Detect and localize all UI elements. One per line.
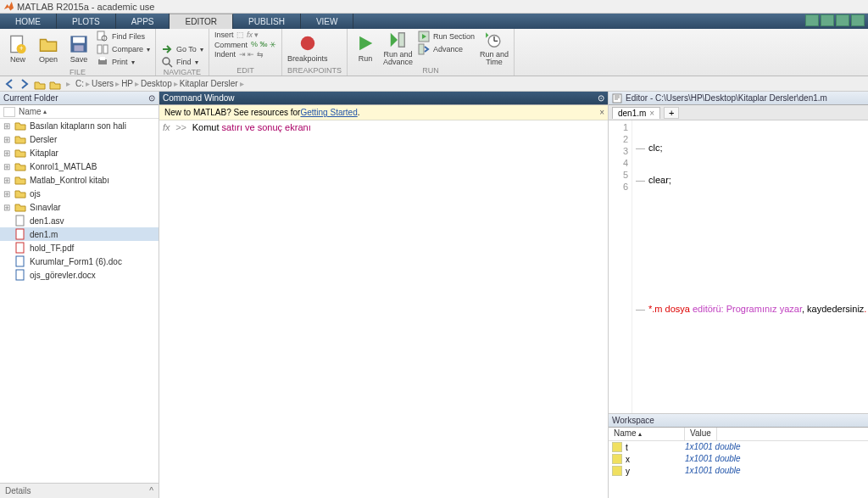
- folder-icon: [14, 160, 26, 172]
- variable-value: 1x1001 double: [685, 466, 741, 476]
- ribbon-group-edit: Insert ⬚ fx ▾ Comment % ‰ ⚹ Indent ⇥ ⇤ ⇆…: [209, 29, 282, 76]
- path-segment[interactable]: C:: [75, 79, 84, 88]
- nav-back-icon[interactable]: [3, 78, 15, 90]
- advance-button[interactable]: Advance: [418, 43, 475, 55]
- path-segment[interactable]: Desktop: [141, 79, 172, 88]
- current-folder-header[interactable]: Name▴: [0, 105, 159, 119]
- getting-started-link[interactable]: Getting Started: [300, 108, 357, 117]
- comment-button[interactable]: Comment % ‰ ⚹: [214, 40, 276, 49]
- print-button[interactable]: Print ▾: [97, 56, 150, 68]
- qat-button[interactable]: [821, 14, 834, 26]
- path-segment[interactable]: Kitaplar Dersler: [180, 79, 238, 88]
- command-window-body[interactable]: fx >> Komut satırı ve sonuç ekranı: [159, 120, 608, 498]
- file-list-item[interactable]: ⊞Konrol1_MATLAB: [0, 159, 159, 173]
- line-gutter: 123456: [609, 120, 632, 413]
- editor-tab[interactable]: den1.m ×: [612, 107, 660, 119]
- nav-fwd-icon[interactable]: [19, 78, 31, 90]
- compare-button[interactable]: Compare ▾: [97, 43, 150, 55]
- file-list-item[interactable]: ⊞Matlab_Kontrol kitabı: [0, 173, 159, 187]
- goto-button[interactable]: Go To ▾: [161, 43, 203, 55]
- find-files-button[interactable]: Find Files: [97, 31, 150, 42]
- details-panel-header[interactable]: Details ^: [0, 483, 159, 498]
- svg-line-13: [169, 64, 172, 67]
- svg-point-14: [300, 36, 314, 51]
- run-button[interactable]: Run: [353, 31, 378, 66]
- pdf-icon: [14, 242, 26, 254]
- qat-button[interactable]: [805, 14, 819, 26]
- run-time-icon: [485, 31, 504, 49]
- folder-up-icon[interactable]: [34, 78, 46, 90]
- current-folder-panel: Current Folder ⊙ Name▴ ⊞Basılan kitaplar…: [0, 92, 159, 498]
- path-segment[interactable]: HP: [121, 79, 133, 88]
- file-name: Dersler: [30, 135, 57, 144]
- path-sep[interactable]: ▸: [86, 79, 90, 88]
- tree-toggle-icon[interactable]: ⊞: [3, 176, 11, 185]
- expand-icon[interactable]: ^: [149, 486, 153, 495]
- folder-browse-icon[interactable]: [49, 78, 61, 90]
- tab-editor[interactable]: EDITOR: [170, 14, 233, 29]
- tree-toggle-icon[interactable]: ⊞: [3, 189, 11, 199]
- file-name: den1.asv: [30, 216, 64, 226]
- run-icon: [356, 34, 375, 53]
- quick-access: [805, 14, 865, 26]
- file-list-item[interactable]: ⊞Sınavlar: [0, 200, 159, 214]
- panel-menu-icon[interactable]: ⊙: [598, 93, 604, 103]
- tab-publish[interactable]: PUBLISH: [233, 14, 301, 29]
- file-list-item[interactable]: den1.asv: [0, 214, 159, 227]
- folder-icon: [14, 147, 26, 159]
- panel-menu-icon[interactable]: ⊙: [148, 93, 155, 103]
- run-advance-button[interactable]: Run and Advance: [383, 31, 413, 66]
- fx-icon[interactable]: fx: [163, 122, 170, 132]
- code-area[interactable]: —clc; —clear; —*.m dosya editörü: Progra…: [632, 120, 868, 413]
- file-list[interactable]: ⊞Basılan kitapların son hali⊞Dersler⊞Kit…: [0, 119, 159, 483]
- workspace-row[interactable]: t1x1001 double: [609, 441, 868, 453]
- svg-rect-21: [16, 215, 24, 226]
- path-sep[interactable]: ▸: [135, 79, 139, 88]
- run-time-button[interactable]: Run and Time: [480, 31, 509, 66]
- tree-toggle-icon[interactable]: ⊞: [3, 121, 11, 131]
- file-list-item[interactable]: ⊞Basılan kitapların son hali: [0, 119, 159, 132]
- qat-button[interactable]: [836, 14, 849, 26]
- save-button[interactable]: Save: [66, 31, 92, 68]
- tab-close-icon[interactable]: ×: [649, 109, 654, 118]
- tree-toggle-icon[interactable]: ⊞: [3, 203, 11, 212]
- new-tab-button[interactable]: +: [664, 107, 679, 119]
- tab-plots[interactable]: PLOTS: [57, 14, 116, 29]
- path-sep[interactable]: ▸: [115, 79, 120, 88]
- file-list-item[interactable]: ⊞Kitaplar: [0, 146, 159, 159]
- tree-toggle-icon[interactable]: ⊞: [3, 135, 11, 144]
- file-list-item[interactable]: hold_TF.pdf: [0, 241, 159, 255]
- tab-apps[interactable]: APPS: [116, 14, 170, 29]
- svg-rect-23: [16, 243, 24, 253]
- tree-toggle-icon[interactable]: ⊞: [3, 162, 11, 171]
- path-sep[interactable]: ▸: [240, 79, 244, 88]
- ribbon-group-file: +New Open Save Find Files Compare ▾ Prin…: [0, 29, 156, 76]
- file-list-item[interactable]: Kurumlar_Form1 (6).doc: [0, 255, 159, 268]
- file-list-item[interactable]: ⊞ojs: [0, 187, 159, 200]
- workspace-header[interactable]: Name ▴ Value: [609, 428, 868, 441]
- path-segment[interactable]: Users: [92, 79, 114, 88]
- tree-toggle-icon[interactable]: ⊞: [3, 148, 11, 158]
- path-sep[interactable]: ▸: [174, 79, 178, 88]
- file-list-item[interactable]: ojs_görevler.docx: [0, 268, 159, 282]
- workspace-body[interactable]: t1x1001 doublex1x1001 doubley1x1001 doub…: [609, 441, 868, 498]
- address-bar: ▸ C:▸Users▸HP▸Desktop▸Kitaplar Dersler▸: [0, 76, 868, 92]
- file-list-item[interactable]: ⊞Dersler: [0, 132, 159, 146]
- find-button[interactable]: Find ▾: [161, 56, 203, 68]
- matlab-logo-icon: [3, 2, 14, 12]
- tab-view[interactable]: VIEW: [301, 14, 354, 29]
- banner-close-icon[interactable]: ×: [599, 108, 604, 117]
- file-list-item[interactable]: den1.m: [0, 227, 159, 241]
- indent-button[interactable]: Indent ⇥ ⇤ ⇆: [214, 50, 276, 59]
- new-button[interactable]: +New: [5, 31, 31, 68]
- svg-rect-9: [103, 45, 108, 53]
- editor-body[interactable]: 123456 —clc; —clear; —*.m dosya editörü:…: [609, 120, 868, 413]
- open-button[interactable]: Open: [36, 31, 61, 68]
- tab-home[interactable]: HOME: [0, 14, 57, 29]
- qat-button[interactable]: [851, 14, 865, 26]
- workspace-row[interactable]: y1x1001 double: [609, 465, 868, 477]
- workspace-row[interactable]: x1x1001 double: [609, 453, 868, 465]
- run-section-button[interactable]: Run Section: [418, 31, 475, 42]
- insert-button[interactable]: Insert ⬚ fx ▾: [214, 31, 276, 39]
- breakpoints-button[interactable]: Breakpoints: [287, 31, 328, 66]
